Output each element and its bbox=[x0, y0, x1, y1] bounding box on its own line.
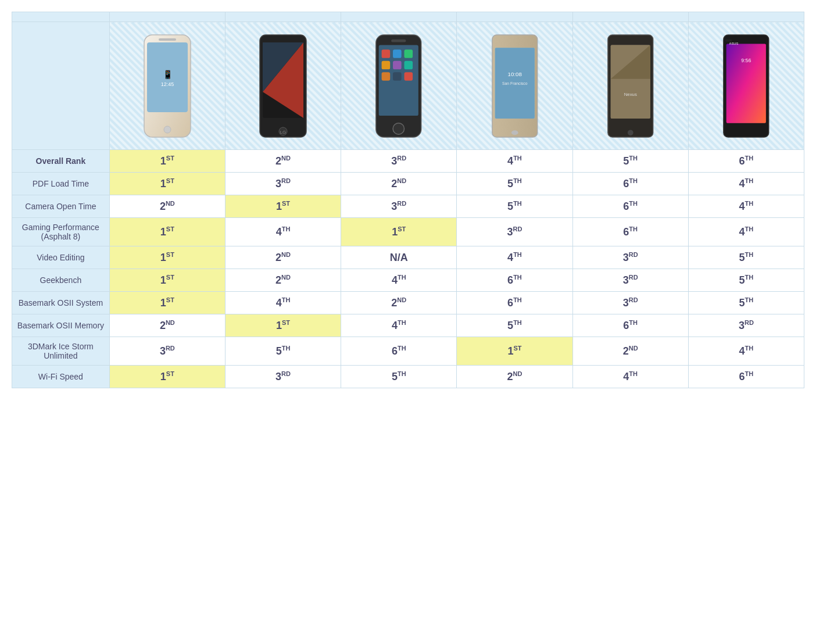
rank-value: 4TH bbox=[739, 178, 754, 189]
rank-cell-r0-c5: 6TH bbox=[688, 150, 804, 173]
col-header-lg bbox=[225, 12, 341, 22]
rank-cell-r6-c5: 5TH bbox=[688, 292, 804, 314]
svg-point-2 bbox=[164, 126, 171, 133]
row-label-4: Video Editing bbox=[12, 246, 110, 269]
rank-sup: TH bbox=[629, 319, 638, 326]
rank-value: 3RD bbox=[623, 297, 638, 309]
rank-sup: TH bbox=[513, 319, 522, 326]
svg-text:Nexus: Nexus bbox=[624, 92, 637, 97]
rank-sup: ND bbox=[629, 345, 638, 352]
rank-cell-r0-c4: 5TH bbox=[572, 150, 688, 173]
rank-value: 1ST bbox=[507, 345, 521, 357]
svg-rect-16 bbox=[405, 49, 413, 58]
rank-sup: TH bbox=[629, 370, 638, 377]
col-header-asus bbox=[688, 12, 804, 22]
rank-cell-r2-c3: 5TH bbox=[457, 195, 572, 218]
rank-sup: TH bbox=[629, 155, 638, 162]
rank-value: 1ST bbox=[276, 320, 290, 331]
rank-value: 6TH bbox=[739, 371, 754, 382]
svg-text:ASUS: ASUS bbox=[729, 42, 739, 45]
row-label-0: Overall Rank bbox=[12, 150, 110, 173]
rank-cell-r5-c1: 2ND bbox=[225, 269, 341, 292]
rank-cell-r5-c4: 3RD bbox=[572, 269, 688, 292]
svg-rect-15 bbox=[393, 49, 402, 58]
svg-point-36 bbox=[628, 130, 634, 135]
rank-cell-r2-c4: 6TH bbox=[572, 195, 688, 218]
rank-value: 3RD bbox=[160, 345, 175, 357]
rank-value: 5TH bbox=[623, 155, 638, 167]
rank-sup: TH bbox=[513, 274, 522, 281]
phone-img-samsung: 📱 12:45 bbox=[109, 22, 225, 150]
rank-sup: ND bbox=[513, 370, 522, 377]
rank-sup: TH bbox=[745, 200, 754, 207]
phone-img-google: Nexus bbox=[572, 22, 688, 150]
rank-sup: RD bbox=[629, 296, 638, 303]
rank-cell-r7-c4: 6TH bbox=[572, 314, 688, 337]
row-label-8: 3DMark Ice Storm Unlimited bbox=[12, 337, 110, 366]
rank-value: 5TH bbox=[392, 371, 406, 382]
rank-sup: TH bbox=[629, 226, 638, 232]
rank-value: 6TH bbox=[623, 226, 638, 238]
rank-sup: TH bbox=[629, 200, 638, 207]
rank-value: 3RD bbox=[739, 320, 754, 331]
rank-cell-r7-c0: 2ND bbox=[109, 314, 225, 337]
rank-value: 3RD bbox=[391, 155, 406, 167]
rank-cell-r3-c4: 6TH bbox=[572, 218, 688, 246]
svg-text:10:08: 10:08 bbox=[507, 70, 521, 77]
svg-text:12:45: 12:45 bbox=[161, 81, 174, 87]
svg-text:9:56: 9:56 bbox=[741, 57, 751, 63]
rank-cell-r1-c1: 3RD bbox=[225, 173, 341, 195]
row-label-6: Basemark OSII System bbox=[12, 292, 110, 314]
rank-cell-r2-c5: 4TH bbox=[688, 195, 804, 218]
rank-value: 1ST bbox=[392, 226, 406, 238]
rank-value: 2ND bbox=[275, 274, 291, 286]
rank-value: 3RD bbox=[623, 252, 638, 263]
rank-value: 6TH bbox=[623, 201, 638, 212]
rank-sup: TH bbox=[282, 345, 291, 352]
rank-cell-r2-c0: 2ND bbox=[109, 195, 225, 218]
rank-cell-r6-c3: 6TH bbox=[457, 292, 572, 314]
rank-cell-r8-c1: 5TH bbox=[225, 337, 341, 366]
svg-rect-3 bbox=[159, 38, 176, 41]
rank-cell-r4-c3: 4TH bbox=[457, 246, 572, 269]
rank-value: 4TH bbox=[392, 274, 406, 286]
rank-cell-r9-c2: 5TH bbox=[341, 366, 457, 388]
rank-value: 2ND bbox=[391, 297, 406, 309]
rank-sup: RD bbox=[281, 177, 291, 184]
phone-img-asus: 9:56 ASUS bbox=[688, 22, 804, 150]
rank-cell-r0-c1: 2ND bbox=[225, 150, 341, 173]
rank-cell-r6-c4: 3RD bbox=[572, 292, 688, 314]
rank-value: 5TH bbox=[276, 345, 291, 357]
rank-cell-r8-c2: 6TH bbox=[341, 337, 457, 366]
rank-cell-r5-c3: 6TH bbox=[457, 269, 572, 292]
rank-value: 6TH bbox=[507, 274, 522, 286]
rank-cell-r1-c3: 5TH bbox=[457, 173, 572, 195]
row-label-5: Geekbench bbox=[12, 269, 110, 292]
rank-cell-r8-c3: 1ST bbox=[457, 337, 572, 366]
rank-sup: TH bbox=[513, 155, 522, 162]
rank-cell-r9-c4: 4TH bbox=[572, 366, 688, 388]
col-header-google bbox=[572, 12, 688, 22]
rank-value: 4TH bbox=[739, 201, 754, 212]
rank-cell-r2-c1: 1ST bbox=[225, 195, 341, 218]
rank-cell-r0-c2: 3RD bbox=[341, 150, 457, 173]
rank-value: 2ND bbox=[160, 201, 175, 212]
rank-cell-r6-c2: 2ND bbox=[341, 292, 457, 314]
rank-cell-r7-c2: 4TH bbox=[341, 314, 457, 337]
rank-cell-r9-c1: 3RD bbox=[225, 366, 341, 388]
rank-sup: ST bbox=[166, 274, 174, 281]
rank-value: 1ST bbox=[276, 201, 290, 212]
rank-sup: ND bbox=[281, 274, 291, 281]
rank-value: 6TH bbox=[623, 178, 638, 189]
rank-cell-r7-c1: 1ST bbox=[225, 314, 341, 337]
rank-value: 4TH bbox=[739, 226, 754, 238]
rank-value: 5TH bbox=[739, 297, 754, 309]
svg-point-23 bbox=[393, 123, 405, 134]
empty-img-label bbox=[12, 22, 110, 150]
rank-cell-r6-c1: 4TH bbox=[225, 292, 341, 314]
rank-value: 6TH bbox=[507, 297, 522, 309]
svg-rect-21 bbox=[393, 72, 402, 81]
svg-rect-20 bbox=[382, 72, 391, 81]
rank-value: 1ST bbox=[160, 178, 174, 189]
rank-sup: ST bbox=[166, 155, 174, 162]
